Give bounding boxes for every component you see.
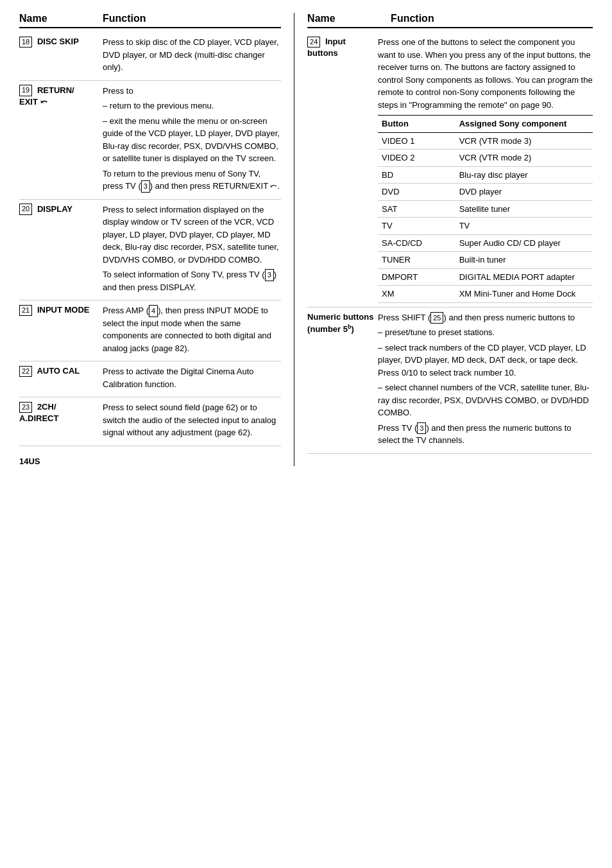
- entry-num-24: 24: [307, 37, 320, 48]
- entry-num-22: 22: [19, 366, 32, 377]
- numeric-p3: – select track numbers of the CD player,…: [378, 342, 593, 379]
- table-row-bd: BD Blu-ray disc player: [378, 166, 593, 184]
- btn-sat: SAT: [378, 200, 455, 218]
- entry-name-display: 20 DISPLAY: [19, 204, 103, 297]
- entry-auto-cal: 22 AUTO CAL Press to activate the Digita…: [19, 361, 281, 397]
- return-exit-p2: – return to the previous menu.: [103, 100, 281, 112]
- entry-name-2ch-adirect: 23 2CH/A.DIRECT: [19, 401, 103, 442]
- entry-numeric-buttons: Numeric buttons (number 5b) Press SHIFT …: [307, 308, 593, 454]
- entry-name-auto-cal: 22 AUTO CAL: [19, 365, 103, 393]
- numeric-p1: Press SHIFT (25) and then press numeric …: [378, 311, 593, 324]
- table-row-sacd: SA-CD/CD Super Audio CD/ CD player: [378, 234, 593, 252]
- entry-func-input-buttons: Press one of the buttons to select the c…: [378, 36, 593, 303]
- box-3-numeric: 3: [417, 422, 426, 435]
- sony-video2: VCR (VTR mode 2): [455, 150, 593, 167]
- entry-label-auto-cal: AUTO CAL: [37, 366, 80, 376]
- entry-func-disc-skip: Press to skip disc of the CD player, VCD…: [103, 36, 281, 76]
- return-exit-p4: To return to the previous menu of Sony T…: [103, 168, 281, 193]
- right-function-header: Function: [391, 13, 593, 24]
- left-name-header: Name: [19, 13, 103, 24]
- entry-name-numeric: Numeric buttons (number 5b): [307, 311, 378, 449]
- entry-display: 20 DISPLAY Press to select information d…: [19, 200, 281, 301]
- sony-sacd: Super Audio CD/ CD player: [455, 234, 593, 252]
- btn-video1: VIDEO 1: [378, 132, 455, 150]
- page-number: 14US: [19, 456, 281, 466]
- entry-name-input-mode: 21 INPUT MODE: [19, 304, 103, 357]
- input-buttons-intro: Press one of the buttons to select the c…: [378, 36, 593, 111]
- display-p2: To select information of Sony TV, press …: [103, 268, 281, 293]
- table-row-tv: TV TV: [378, 218, 593, 235]
- entry-name-disc-skip: 18 DISC SKIP: [19, 36, 103, 76]
- box-4-inputmode: 4: [149, 305, 158, 317]
- btn-tuner: TUNER: [378, 252, 455, 269]
- btn-sacd: SA-CD/CD: [378, 234, 455, 252]
- left-column: Name Function 18 DISC SKIP Press to skip…: [19, 13, 294, 466]
- right-name-header: Name: [307, 13, 391, 24]
- table-row-video1: VIDEO 1 VCR (VTR mode 3): [378, 132, 593, 150]
- entry-num-21: 21: [19, 305, 32, 316]
- right-col-header: Name Function: [307, 13, 593, 28]
- table-header-sony: Assigned Sony component: [455, 116, 593, 133]
- table-row-dvd: DVD DVD player: [378, 184, 593, 201]
- sony-bd: Blu-ray disc player: [455, 166, 593, 184]
- entry-func-input-mode: Press AMP (4), then press INPUT MODE to …: [103, 304, 281, 357]
- input-mode-text: Press AMP (4), then press INPUT MODE to …: [103, 304, 281, 354]
- display-p1: Press to select information displayed on…: [103, 204, 281, 266]
- table-row-sat: SAT Satellite tuner: [378, 200, 593, 218]
- page-container: Name Function 18 DISC SKIP Press to skip…: [19, 13, 593, 466]
- entry-disc-skip: 18 DISC SKIP Press to skip disc of the C…: [19, 32, 281, 81]
- sony-sat: Satellite tuner: [455, 200, 593, 218]
- entry-label-display: DISPLAY: [37, 204, 72, 214]
- entry-name-input-buttons: 24 Input buttons: [307, 36, 378, 303]
- sony-dmport: DIGITAL MEDIA PORT adapter: [455, 268, 593, 286]
- entry-input-mode: 21 INPUT MODE Press AMP (4), then press …: [19, 300, 281, 361]
- entry-input-buttons: 24 Input buttons Press one of the button…: [307, 32, 593, 308]
- auto-cal-text: Press to activate the Digital Cinema Aut…: [103, 365, 281, 390]
- table-row-video2: VIDEO 2 VCR (VTR mode 2): [378, 150, 593, 167]
- btn-dvd: DVD: [378, 184, 455, 201]
- entry-func-display: Press to select information displayed on…: [103, 204, 281, 297]
- table-row-xm: XM XM Mini-Tuner and Home Dock: [378, 286, 593, 303]
- sony-video1: VCR (VTR mode 3): [455, 132, 593, 150]
- sony-tuner: Built-in tuner: [455, 252, 593, 269]
- btn-video2: VIDEO 2: [378, 150, 455, 167]
- entry-func-numeric: Press SHIFT (25) and then press numeric …: [378, 311, 593, 449]
- btn-dmport: DMPORT: [378, 268, 455, 286]
- input-buttons-table: Button Assigned Sony component VIDEO 1 V…: [378, 115, 593, 303]
- sony-dvd: DVD player: [455, 184, 593, 201]
- entry-return-exit: 19 RETURN/EXIT ⤺ Press to – return to th…: [19, 81, 281, 200]
- 2ch-adirect-text: Press to select sound field (page 62) or…: [103, 401, 281, 439]
- entry-func-return-exit: Press to – return to the previous menu. …: [103, 85, 281, 195]
- entry-num-23: 23: [19, 402, 32, 413]
- btn-xm: XM: [378, 286, 455, 303]
- return-exit-p1: Press to: [103, 85, 281, 98]
- entry-label-input-mode: INPUT MODE: [37, 305, 90, 315]
- sony-xm: XM Mini-Tuner and Home Dock: [455, 286, 593, 303]
- table-header-button: Button: [378, 116, 455, 133]
- return-exit-p3: – exit the menu while the menu or on-scr…: [103, 115, 281, 165]
- entry-label-disc-skip: DISC SKIP: [37, 37, 79, 46]
- numeric-p4: – select channel numbers of the VCR, sat…: [378, 381, 593, 419]
- left-col-header: Name Function: [19, 13, 281, 28]
- entry-func-2ch-adirect: Press to select sound field (page 62) or…: [103, 401, 281, 442]
- numeric-p2: – preset/tune to preset stations.: [378, 326, 593, 339]
- table-row-dmport: DMPORT DIGITAL MEDIA PORT adapter: [378, 268, 593, 286]
- entry-num-20: 20: [19, 204, 32, 214]
- disc-skip-text: Press to skip disc of the CD player, VCD…: [103, 36, 281, 74]
- btn-tv: TV: [378, 218, 455, 235]
- numeric-p5: Press TV (3) and then press the numeric …: [378, 422, 593, 447]
- entry-name-return-exit: 19 RETURN/EXIT ⤺: [19, 85, 103, 195]
- entry-2ch-adirect: 23 2CH/A.DIRECT Press to select sound fi…: [19, 397, 281, 446]
- btn-bd: BD: [378, 166, 455, 184]
- entry-label-numeric: Numeric buttons (number 5b): [307, 312, 373, 334]
- table-header-row: Button Assigned Sony component: [378, 116, 593, 133]
- entry-num-18: 18: [19, 37, 32, 48]
- sony-tv: TV: [455, 218, 593, 235]
- right-column: Name Function 24 Input buttons Press one…: [294, 13, 593, 466]
- box-25-numeric: 25: [430, 312, 443, 324]
- left-function-header: Function: [103, 13, 281, 24]
- entry-func-auto-cal: Press to activate the Digital Cinema Aut…: [103, 365, 281, 393]
- box-3-display: 3: [265, 269, 274, 281]
- entry-num-19: 19: [19, 85, 32, 96]
- box-3-return: 3: [141, 180, 150, 193]
